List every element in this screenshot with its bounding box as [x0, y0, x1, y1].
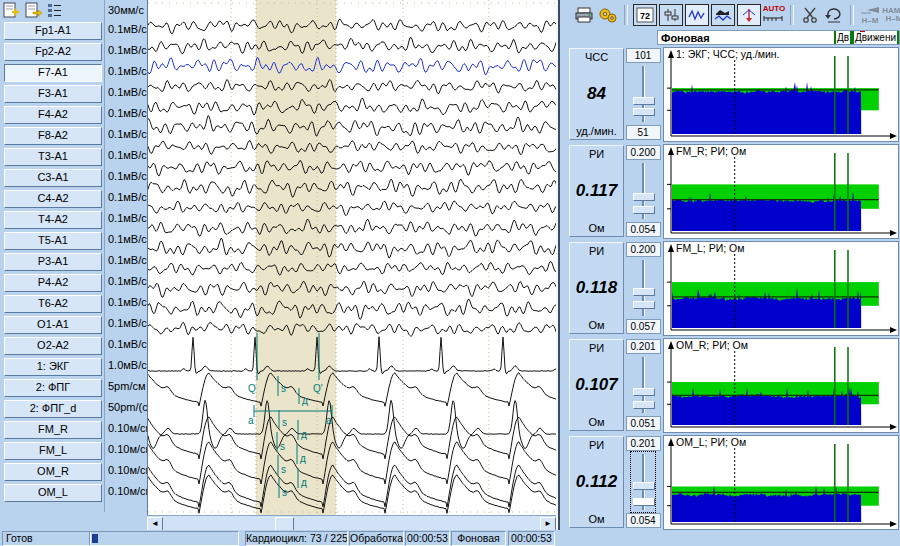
- show-curve-toggle[interactable]: [685, 4, 709, 26]
- channel-button-Fp1-A1[interactable]: Fp1-A1: [4, 22, 102, 40]
- channel-button-OM-L[interactable]: OM_L: [4, 484, 102, 502]
- panel-splitter[interactable]: [556, 0, 566, 546]
- trend-row: РИ0.117Ом0.2000.054FM_R; РИ; Ом: [566, 143, 900, 240]
- auto-scale-icon[interactable]: AUTO: [762, 4, 786, 26]
- undo-icon[interactable]: [822, 4, 846, 26]
- channel-button-T4-A2[interactable]: T4-A2: [4, 211, 102, 229]
- channel-button-F7-A1[interactable]: F7-A1: [4, 64, 102, 82]
- trace-T6-A2: [148, 281, 557, 297]
- channel-button-T3-A1[interactable]: T3-A1: [4, 148, 102, 166]
- scrollbar-thumb[interactable]: [275, 517, 294, 531]
- slider-track[interactable]: [631, 355, 655, 415]
- chart-title: OM_R; РИ; Ом: [676, 339, 748, 351]
- event-marker-long[interactable]: Движени: [852, 31, 899, 44]
- channel-button-O2-A2[interactable]: O2-A2: [4, 337, 102, 355]
- progress-block: [92, 534, 98, 543]
- measure-label: Q': [313, 383, 323, 394]
- slider-max-value: 101: [626, 48, 661, 63]
- montage-icon[interactable]: [46, 2, 64, 18]
- scroll-right-icon[interactable]: ►: [540, 517, 556, 531]
- channel-row: P3-A10.1мВ/см: [0, 252, 147, 273]
- auto-scale-label: AUTO: [763, 5, 786, 13]
- channel-button-FM-R[interactable]: FM_R: [4, 421, 102, 439]
- status-progress: [89, 531, 239, 546]
- channel-button-OM-R[interactable]: OM_R: [4, 463, 102, 481]
- slider-handle-low[interactable]: [633, 401, 655, 409]
- channel-button-P3-A1[interactable]: P3-A1: [4, 253, 102, 271]
- slider-track[interactable]: [631, 258, 655, 318]
- channel-button-T5-A1[interactable]: T5-A1: [4, 232, 102, 250]
- event-marker-short[interactable]: Дв: [834, 31, 852, 44]
- channel-row: F7-A10.1мВ/см: [0, 63, 147, 84]
- trace-T3-A1: [148, 141, 557, 155]
- slider-handle-high[interactable]: [633, 193, 655, 201]
- trend-rows: ЧСС84уд./мин.101511: ЭКГ; ЧСС; уд./мин.Р…: [566, 46, 900, 531]
- event-red-tick: [860, 31, 865, 32]
- slider-handle-low[interactable]: [633, 206, 655, 214]
- channel-button-C4-A2[interactable]: C4-A2: [4, 190, 102, 208]
- channel-button-FM-L[interactable]: FM_L: [4, 442, 102, 460]
- status-time-stage: 00:00:53: [508, 531, 555, 546]
- channel-button-2-ФПГ[interactable]: 2: ФПГ: [4, 379, 102, 397]
- trend-chart-0: 1: ЭКГ; ЧСС; уд./мин.: [663, 47, 899, 142]
- settings-gears-icon[interactable]: [596, 4, 620, 26]
- trace-P4-A2: [148, 262, 557, 275]
- channel-button-Fp2-A2[interactable]: Fp2-A2: [4, 43, 102, 61]
- channel-button-P4-A2[interactable]: P4-A2: [4, 274, 102, 292]
- channel-button-T6-A2[interactable]: T6-A2: [4, 295, 102, 313]
- slider-max-value: 0.201: [626, 339, 661, 354]
- channel-row: OM_R0.10м/см: [0, 462, 147, 483]
- slider-handle-high[interactable]: [633, 288, 655, 296]
- app-window: 30мм/с Fp1-A10.1мВ/смFp2-A20.1мВ/смF7-A1…: [0, 0, 900, 546]
- measure-label: s: [281, 464, 286, 475]
- channel-button-O1-A1[interactable]: O1-A1: [4, 316, 102, 334]
- slider-handle-high[interactable]: [633, 482, 655, 490]
- measure-label: a: [248, 415, 254, 426]
- range-slider-3: 0.2010.051: [624, 337, 662, 434]
- export-record-icon[interactable]: [24, 2, 42, 18]
- trend-chart-2: FM_L; РИ; Ом: [663, 241, 899, 336]
- trace-C3-A1: [148, 160, 557, 176]
- channel-button-F3-A1[interactable]: F3-A1: [4, 85, 102, 103]
- channel-row: F4-A20.1мВ/см: [0, 105, 147, 126]
- slider-handle-high[interactable]: [633, 97, 655, 105]
- channel-row: T3-A10.1мВ/см: [0, 147, 147, 168]
- measure-label: s: [282, 417, 287, 428]
- measure-label: д: [301, 429, 307, 440]
- scroll-left-icon[interactable]: ◄: [147, 517, 163, 531]
- slider-min-value: 0.057: [626, 319, 661, 334]
- filled-curve-toggle[interactable]: [711, 4, 735, 26]
- limits-setup-icon[interactable]: [659, 4, 683, 26]
- slider-handle-low[interactable]: [633, 498, 655, 506]
- cut-fragment-icon[interactable]: [798, 4, 822, 26]
- new-record-icon[interactable]: [2, 2, 20, 18]
- channel-row: 1: ЭКГ1.0мВ/см: [0, 357, 147, 378]
- eeg-trace-area[interactable]: QQ'sдaasдsдsдs: [147, 0, 557, 515]
- channel-button-2-ФПГ-d[interactable]: 2: ФПГ_d: [4, 400, 102, 418]
- slider-handle-low[interactable]: [633, 301, 655, 309]
- channel-button-F4-A2[interactable]: F4-A2: [4, 106, 102, 124]
- numeric-display-toggle[interactable]: 72: [633, 4, 657, 26]
- slider-track[interactable]: [631, 64, 655, 124]
- sweep-speed-label: 30мм/с: [108, 4, 144, 16]
- channel-row: OM_L0.10м/см: [0, 483, 147, 504]
- range-slider-4: 0.2010.054: [624, 434, 662, 531]
- slider-handle-high[interactable]: [633, 388, 655, 396]
- eeg-horizontal-scrollbar[interactable]: ◄ ►: [147, 515, 556, 530]
- channel-button-F8-A2[interactable]: F8-A2: [4, 127, 102, 145]
- channel-row: C4-A20.1мВ/см: [0, 189, 147, 210]
- trace-OM-L: [148, 475, 557, 513]
- trend-chart-4: OM_L; РИ; Ом: [663, 435, 899, 530]
- trace-F8-A2: [148, 116, 557, 136]
- value-panel-0: ЧСС84уд./мин.: [569, 48, 624, 140]
- channel-button-C3-A1[interactable]: C3-A1: [4, 169, 102, 187]
- slider-track[interactable]: [631, 161, 655, 221]
- trend-chart-3: OM_R; РИ; Ом: [663, 338, 899, 433]
- channel-button-1-ЭКГ[interactable]: 1: ЭКГ: [4, 358, 102, 376]
- slider-handle-low[interactable]: [633, 108, 655, 116]
- trace-F7-A1: [148, 57, 557, 75]
- axes-toggle[interactable]: [737, 4, 761, 26]
- slider-track[interactable]: [631, 452, 655, 512]
- channel-sensitivity-label: 5pm/см: [108, 380, 146, 392]
- print-icon[interactable]: [572, 4, 596, 26]
